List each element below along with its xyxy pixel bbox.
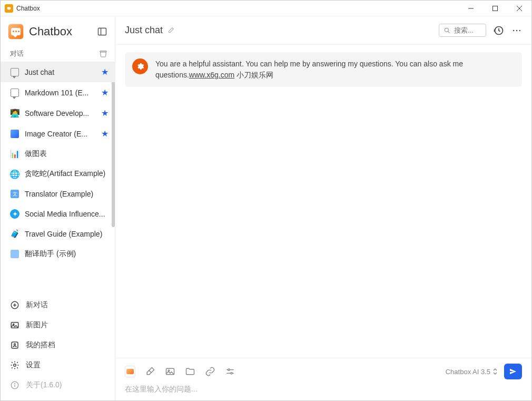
info-icon	[10, 380, 19, 390]
conversations-header: 对话	[1, 45, 115, 62]
search-box[interactable]	[439, 24, 486, 37]
more-icon[interactable]	[511, 25, 522, 36]
app-window: Chatbox Chatbox 对话	[0, 0, 532, 401]
footer-label: 设置	[26, 360, 41, 370]
sidebar-item-label: Image Creator (E...	[25, 130, 96, 138]
svg-point-27	[228, 369, 230, 370]
window-controls	[459, 1, 531, 16]
svg-point-14	[14, 364, 16, 367]
new-conversation-button[interactable]: 新对话	[1, 295, 115, 315]
close-button[interactable]	[507, 1, 531, 16]
sidebar-item-label: Social Media Influence...	[25, 210, 109, 218]
chat-outline-icon	[10, 88, 19, 97]
sidebar-item-translate2[interactable]: 翻译助手 (示例)	[1, 244, 115, 264]
titlebar-left: Chatbox	[5, 4, 40, 13]
svg-point-21	[516, 30, 518, 31]
system-link[interactable]: www.x6g.com	[189, 71, 234, 79]
sidebar-item-charts[interactable]: 📊 做图表	[1, 144, 115, 164]
app-icon	[5, 4, 13, 13]
gear-icon	[10, 360, 19, 370]
translate-icon: 文	[10, 189, 19, 199]
sidebar-item-just-chat[interactable]: Just chat ★	[1, 62, 115, 82]
titlebar: Chatbox	[1, 1, 531, 16]
folder-icon[interactable]	[185, 366, 195, 377]
main-header: Just chat	[115, 16, 531, 45]
tools-left	[125, 366, 235, 377]
model-selector[interactable]: Chatbox AI 3.5	[446, 368, 498, 376]
main-panel: Just chat	[115, 16, 531, 400]
sidebar-item-label: Travel Guide (Example)	[25, 230, 109, 238]
eraser-icon[interactable]	[145, 366, 155, 377]
svg-point-22	[519, 30, 521, 31]
message-input[interactable]	[125, 385, 522, 393]
brand-name: Chatbox	[29, 25, 72, 38]
params-icon[interactable]	[225, 366, 235, 377]
footer-label: 关于(1.6.0)	[26, 380, 62, 390]
system-text-suffix: 小刀娱乐网	[234, 71, 273, 79]
image-icon	[10, 129, 19, 139]
send-button[interactable]	[504, 364, 522, 379]
collapse-sidebar-button[interactable]	[97, 26, 107, 37]
search-input[interactable]	[454, 26, 480, 34]
settings-button[interactable]: 设置	[1, 355, 115, 375]
svg-point-17	[15, 384, 15, 384]
chart-icon: 📊	[10, 149, 19, 159]
sidebar-footer: 新对话 新图片 我的搭档 设置 关于(1.6.0)	[1, 292, 115, 400]
svg-line-23	[149, 370, 152, 373]
sidebar-item-social[interactable]: ✦ Social Media Influence...	[1, 204, 115, 224]
sidebar-item-markdown[interactable]: Markdown 101 (E... ★	[1, 82, 115, 103]
svg-point-18	[445, 28, 448, 32]
archive-icon[interactable]	[99, 50, 107, 58]
translate-icon	[10, 249, 19, 259]
system-message: You are a helpful assistant. You can hel…	[125, 52, 522, 87]
sidebar-item-image-creator[interactable]: Image Creator (E... ★	[1, 123, 115, 144]
sidebar-item-travel[interactable]: 🧳 Travel Guide (Example)	[1, 224, 115, 244]
dev-icon: 👩‍💻	[10, 109, 19, 118]
partner-icon	[10, 340, 19, 350]
star-icon: ★	[101, 67, 109, 77]
new-image-button[interactable]: 新图片	[1, 315, 115, 335]
star-icon: ★	[101, 129, 109, 139]
header-left: Just chat	[125, 25, 174, 36]
about-button[interactable]: 关于(1.6.0)	[1, 375, 115, 395]
travel-icon: 🧳	[10, 229, 19, 239]
svg-point-29	[231, 373, 232, 374]
tools-right: Chatbox AI 3.5	[446, 364, 522, 379]
maximize-button[interactable]	[483, 1, 507, 16]
conversation-list: Just chat ★ Markdown 101 (E... ★ 👩‍💻 Sof…	[1, 62, 115, 292]
messages-area: You are a helpful assistant. You can hel…	[115, 45, 531, 358]
sidebar-item-snake[interactable]: 🌐 贪吃蛇(Artifact Example)	[1, 164, 115, 184]
chat-mode-icon[interactable]	[125, 366, 135, 377]
twitter-icon: ✦	[10, 209, 19, 219]
search-icon	[444, 27, 451, 34]
system-message-text: You are a helpful assistant. You can hel…	[155, 58, 515, 81]
image-attach-icon[interactable]	[165, 366, 175, 377]
minimize-button[interactable]	[459, 1, 483, 16]
footer-label: 我的搭档	[26, 340, 55, 350]
sidebar-item-translator[interactable]: 文 Translator (Example)	[1, 184, 115, 204]
sidebar-item-software[interactable]: 👩‍💻 Software Develop... ★	[1, 103, 115, 123]
composer: Chatbox AI 3.5	[115, 358, 531, 400]
app-body: Chatbox 对话 Just chat ★	[1, 16, 531, 400]
brand-logo-icon	[8, 24, 24, 40]
my-partner-button[interactable]: 我的搭档	[1, 335, 115, 355]
sidebar: Chatbox 对话 Just chat ★	[1, 16, 115, 400]
footer-label: 新图片	[26, 320, 48, 330]
svg-point-20	[513, 30, 515, 31]
sidebar-item-label: Just chat	[25, 68, 96, 76]
svg-line-19	[448, 31, 450, 33]
plus-circle-icon	[10, 300, 19, 310]
link-icon[interactable]	[205, 366, 215, 377]
model-label: Chatbox AI 3.5	[446, 368, 490, 376]
conversations-label: 对话	[10, 49, 24, 58]
picture-icon	[10, 320, 19, 330]
edit-icon[interactable]	[167, 27, 174, 34]
history-icon[interactable]	[494, 25, 504, 36]
composer-toolbar: Chatbox AI 3.5	[125, 364, 522, 379]
sidebar-item-label: 做图表	[25, 149, 109, 159]
sidebar-item-label: Markdown 101 (E...	[25, 89, 96, 97]
sidebar-item-label: Software Develop...	[25, 109, 96, 118]
svg-rect-2	[493, 6, 498, 11]
svg-rect-5	[98, 28, 106, 35]
chat-title: Just chat	[125, 25, 163, 36]
